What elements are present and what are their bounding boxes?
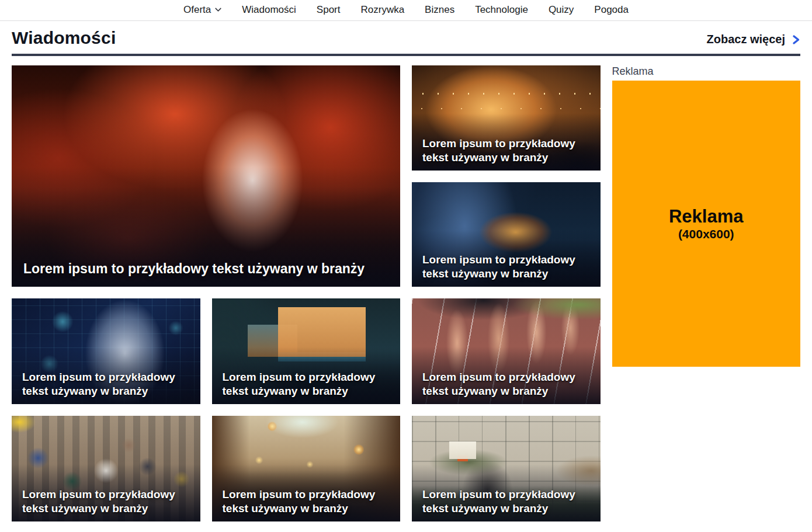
article-title: Lorem ipsum to przykładowy tekst używany… xyxy=(23,260,365,277)
ad-banner[interactable]: Reklama (400x600) xyxy=(612,81,801,367)
article-title: Lorem ipsum to przykładowy tekst używany… xyxy=(223,488,394,516)
article-title: Lorem ipsum to przykładowy tekst używany… xyxy=(422,253,594,281)
nav-item-technologie[interactable]: Technologie xyxy=(475,4,528,16)
article-card-runners[interactable]: Lorem ipsum to przykładowy tekst używany… xyxy=(412,298,601,404)
article-title: Lorem ipsum to przykładowy tekst używany… xyxy=(422,370,594,398)
nav-item-label: Oferta xyxy=(183,4,211,16)
article-card-editor[interactable]: Lorem ipsum to przykładowy tekst używany… xyxy=(212,298,401,404)
article-card-concert[interactable]: Lorem ipsum to przykładowy tekst używany… xyxy=(412,65,601,171)
see-more-link[interactable]: Zobacz więcej xyxy=(707,33,801,48)
article-title: Lorem ipsum to przykładowy tekst używany… xyxy=(22,370,193,398)
article-card-palace[interactable]: Lorem ipsum to przykładowy tekst używany… xyxy=(212,416,401,521)
page-title: Wiadomości xyxy=(12,28,116,48)
ad-column: Reklama Reklama (400x600) xyxy=(612,65,801,521)
nav-item-label: Sport xyxy=(317,4,341,16)
see-more-label: Zobacz więcej xyxy=(707,33,786,46)
nav-item-label: Technologie xyxy=(475,4,528,16)
article-title: Lorem ipsum to przykładowy tekst używany… xyxy=(22,488,193,516)
nav-item-sport[interactable]: Sport xyxy=(317,4,341,16)
article-card-crowd[interactable]: Lorem ipsum to przykładowy tekst używany… xyxy=(12,416,200,521)
news-portal-page: Oferta Wiadomości Sport Rozrywka Biznes … xyxy=(0,0,812,532)
nav-item-label: Wiadomości xyxy=(242,4,296,16)
nav-item-pogoda[interactable]: Pogoda xyxy=(594,4,629,16)
nav-item-rozrywka[interactable]: Rozrywka xyxy=(360,4,404,16)
nav-item-biznes[interactable]: Biznes xyxy=(425,4,454,16)
nav-item-label: Quizy xyxy=(549,4,574,16)
nav-item-label: Pogoda xyxy=(594,4,629,16)
nav-item-label: Rozrywka xyxy=(360,4,404,16)
nav-item-label: Biznes xyxy=(425,4,454,16)
nav-item-quizy[interactable]: Quizy xyxy=(549,4,574,16)
article-card-hero[interactable]: Lorem ipsum to przykładowy tekst używany… xyxy=(12,65,400,287)
article-card-guitarist[interactable]: Lorem ipsum to przykładowy tekst używany… xyxy=(412,182,601,287)
ad-banner-size: (400x600) xyxy=(678,227,734,241)
nav-item-wiadomosci[interactable]: Wiadomości xyxy=(242,4,296,16)
article-title: Lorem ipsum to przykładowy tekst używany… xyxy=(223,370,394,398)
top-navigation: Oferta Wiadomości Sport Rozrywka Biznes … xyxy=(0,0,812,21)
section-header: Wiadomości Zobacz więcej xyxy=(12,21,800,56)
chevron-down-icon xyxy=(215,8,221,12)
ad-banner-title: Reklama xyxy=(669,206,744,227)
article-title: Lorem ipsum to przykładowy tekst używany… xyxy=(422,488,594,516)
chevron-right-icon xyxy=(792,34,800,45)
ad-label: Reklama xyxy=(612,65,801,78)
article-title: Lorem ipsum to przykładowy tekst używany… xyxy=(422,137,594,165)
news-grid: Lorem ipsum to przykładowy tekst używany… xyxy=(12,65,800,521)
article-card-basketball[interactable]: Lorem ipsum to przykładowy tekst używany… xyxy=(412,416,601,521)
article-card-ai[interactable]: Lorem ipsum to przykładowy tekst używany… xyxy=(12,298,200,404)
nav-item-oferta[interactable]: Oferta xyxy=(183,4,221,16)
